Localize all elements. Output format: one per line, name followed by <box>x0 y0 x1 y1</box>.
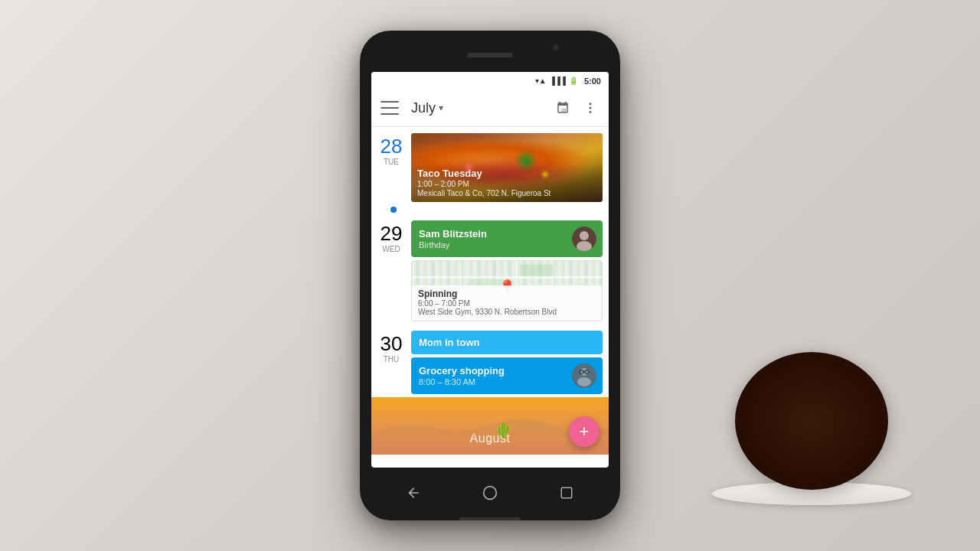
grocery-text: Grocery shopping 8:00 – 8:30 AM <box>419 365 505 386</box>
birthday-avatar <box>572 227 596 251</box>
signal-icon: ▐▐▐ <box>550 77 566 85</box>
day-number-28: 28 <box>381 136 403 156</box>
day-number-29: 29 <box>381 223 403 243</box>
home-button[interactable] <box>478 481 502 505</box>
day-name-30: Thu <box>384 355 400 364</box>
spinning-time: 6:00 – 7:00 PM <box>418 299 596 308</box>
cactus-icon: 🌵 <box>494 421 513 439</box>
grocery-event[interactable]: Grocery shopping 8:00 – 8:30 AM <box>411 357 603 394</box>
battery-icon: 🔋 <box>569 77 578 85</box>
scroll-content: 28 Tue Taco Tuesday 1:00 – 2:00 PM Mexic… <box>371 127 609 468</box>
svg-text:28: 28 <box>561 108 567 112</box>
taco-event-title: Taco Tuesday <box>417 168 596 179</box>
svg-point-16 <box>577 377 591 386</box>
day-section-28: 28 Tue Taco Tuesday 1:00 – 2:00 PM Mexic… <box>371 127 609 205</box>
day-events-28: Taco Tuesday 1:00 – 2:00 PM Mexicali Tac… <box>411 133 609 202</box>
phone-bottom-bar <box>459 517 521 520</box>
day-section-29: 29 Wed Sam Blitzstein Birthday <box>371 214 609 324</box>
day-events-29: Sam Blitzstein Birthday <box>411 220 609 321</box>
wifi-icon: ▾▲ <box>535 77 547 85</box>
svg-point-1 <box>590 103 592 105</box>
phone-top <box>360 31 620 72</box>
svg-point-2 <box>590 107 592 109</box>
birthday-name: Sam Blitzstein <box>419 228 487 240</box>
app-header: July ▾ 28 <box>371 90 609 127</box>
svg-rect-13 <box>520 264 553 276</box>
month-title[interactable]: July ▾ <box>411 100 554 116</box>
dropdown-arrow-icon: ▾ <box>439 103 443 113</box>
spinning-event[interactable]: 📍 Spinning 6:00 – 7:00 PM West Side Gym,… <box>411 260 603 321</box>
status-bar: ▾▲ ▐▐▐ 🔋 5:00 <box>371 72 609 90</box>
birthday-event[interactable]: Sam Blitzstein Birthday <box>411 220 603 257</box>
day-label-28: 28 Tue <box>371 133 411 202</box>
taco-event-time: 1:00 – 2:00 PM <box>417 180 596 188</box>
august-banner[interactable]: 🌵 August + <box>371 397 609 455</box>
svg-point-3 <box>590 111 592 113</box>
header-icons: 28 <box>554 99 599 117</box>
taco-event-info: Taco Tuesday 1:00 – 2:00 PM Mexicali Tac… <box>411 163 603 202</box>
svg-rect-21 <box>561 487 572 498</box>
screen: ▾▲ ▐▐▐ 🔋 5:00 July ▾ <box>371 72 609 468</box>
timeline-dot <box>390 207 397 213</box>
recent-apps-button[interactable] <box>554 481 579 505</box>
calendar-today-button[interactable]: 28 <box>554 99 572 117</box>
mom-in-town-event[interactable]: Mom in town <box>411 331 603 354</box>
spinning-info: Spinning 6:00 – 7:00 PM West Side Gym, 9… <box>412 285 602 321</box>
phone: ▾▲ ▐▐▐ 🔋 5:00 July ▾ <box>360 31 620 520</box>
day-label-30: 30 Thu <box>371 331 411 394</box>
spinning-location: West Side Gym, 9330 N. Robertson Blvd <box>418 308 596 316</box>
timeline-divider <box>371 205 609 214</box>
camera <box>553 44 559 51</box>
menu-icon[interactable] <box>381 101 399 115</box>
back-button[interactable] <box>401 481 426 505</box>
day-number-30: 30 <box>381 334 403 354</box>
svg-point-20 <box>484 486 497 499</box>
phone-navigation <box>360 474 620 511</box>
mom-in-town-title: Mom in town <box>419 337 595 348</box>
month-label: July <box>411 100 436 116</box>
bg-cup <box>735 352 888 490</box>
status-time: 5:00 <box>584 77 601 86</box>
status-icons: ▾▲ ▐▐▐ 🔋 5:00 <box>535 77 601 86</box>
birthday-label: Birthday <box>419 240 487 249</box>
grocery-avatar-img <box>572 364 596 388</box>
taco-event-location: Mexicali Taco & Co, 702 N. Figueroa St <box>417 189 596 197</box>
spinning-title: Spinning <box>418 289 596 299</box>
taco-tuesday-event[interactable]: Taco Tuesday 1:00 – 2:00 PM Mexicali Tac… <box>411 133 603 202</box>
scene: ▾▲ ▐▐▐ 🔋 5:00 July ▾ <box>0 0 980 551</box>
fab-plus-icon: + <box>580 422 590 442</box>
birthday-text: Sam Blitzstein Birthday <box>419 228 487 249</box>
day-label-29: 29 Wed <box>371 220 411 321</box>
birthday-avatar-img <box>572 227 596 251</box>
day-events-30: Mom in town Grocery shopping 8:00 – 8:30… <box>411 331 609 394</box>
grocery-title: Grocery shopping <box>419 365 505 377</box>
more-options-button[interactable] <box>581 99 599 117</box>
day-name-29: Wed <box>382 245 400 253</box>
day-name-28: Tue <box>384 158 399 166</box>
svg-point-5 <box>580 231 589 240</box>
speaker <box>467 53 513 57</box>
day-section-30: 30 Thu Mom in town Grocery shopping 8:00 <box>371 324 609 397</box>
grocery-time: 8:00 – 8:30 AM <box>419 377 505 386</box>
add-event-button[interactable]: + <box>569 416 599 447</box>
grocery-avatar <box>572 364 596 388</box>
